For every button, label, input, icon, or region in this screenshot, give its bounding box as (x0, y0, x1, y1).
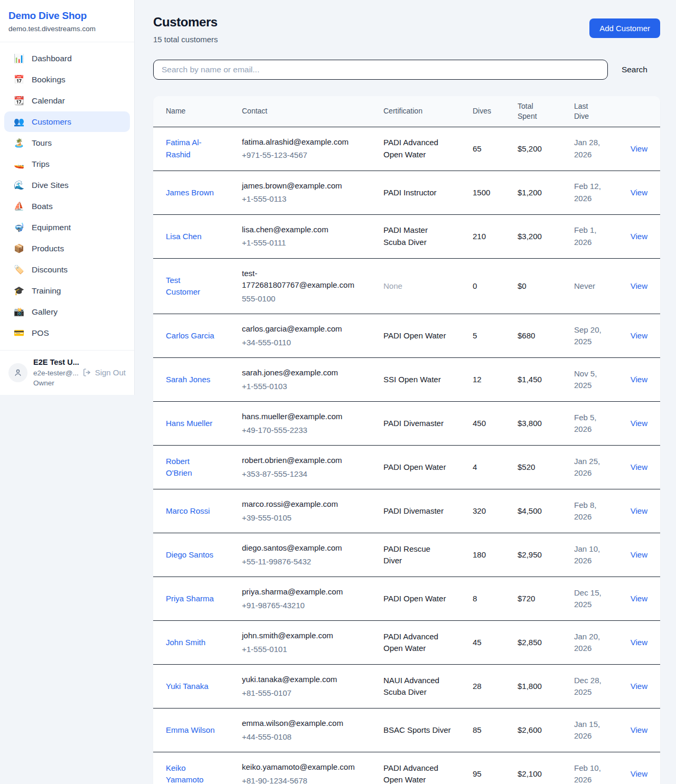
view-link[interactable]: View (631, 144, 647, 153)
view-link[interactable]: View (631, 281, 647, 290)
customer-email: keiko.yamamoto@example.com (242, 761, 362, 773)
customer-email: diego.santos@example.com (242, 542, 362, 554)
view-link[interactable]: View (631, 375, 647, 384)
sidebar-item-equipment[interactable]: 🤿 Equipment (4, 217, 130, 238)
customer-name-link[interactable]: Carlos Garcia (166, 330, 214, 342)
table-row: Test Customer test-1772681807767@example… (153, 258, 660, 314)
sidebar-item-trips[interactable]: 🚤 Trips (4, 154, 130, 174)
sidebar-item-tours[interactable]: 🏝️ Tours (4, 133, 130, 153)
tag-icon: 🏷️ (13, 265, 25, 275)
view-link[interactable]: View (631, 594, 647, 603)
customer-last-dive: Feb 12, 2026 (574, 181, 612, 204)
view-link[interactable]: View (631, 331, 647, 340)
customer-certification: BSAC Sports Diver (383, 724, 451, 736)
sidebar-item-bookings[interactable]: 📅 Bookings (4, 69, 130, 90)
column-header-actions (618, 96, 660, 127)
customer-certification: None (383, 280, 402, 292)
customer-table-body: Fatima Al-Rashid fatima.alrashid@example… (153, 127, 660, 784)
table-row: Carlos Garcia carlos.garcia@example.com … (153, 314, 660, 358)
sidebar-item-training[interactable]: 🎓 Training (4, 280, 130, 301)
sidebar-item-discounts[interactable]: 🏷️ Discounts (4, 259, 130, 280)
add-customer-button[interactable]: Add Customer (589, 18, 660, 38)
customer-name-link[interactable]: James Brown (166, 187, 214, 199)
table-row: Priya Sharma priya.sharma@example.com +9… (153, 577, 660, 621)
customer-dives: 0 (473, 258, 518, 314)
customer-email: robert.obrien@example.com (242, 455, 362, 467)
customer-last-dive: Jan 15, 2026 (574, 719, 612, 742)
sidebar-item-customers[interactable]: 👥 Customers (4, 111, 130, 132)
customer-certification: SSI Open Water (383, 374, 441, 386)
view-link[interactable]: View (631, 419, 647, 428)
user-icon (13, 368, 23, 377)
table-row: Diego Santos diego.santos@example.com +5… (153, 533, 660, 577)
customer-certification: PADI Master Scuba Diver (383, 224, 451, 248)
search-button[interactable]: Search (608, 65, 660, 74)
customer-certification: PADI Advanced Open Water (383, 631, 451, 655)
customer-total-spent: $2,600 (518, 709, 574, 752)
customer-name-link[interactable]: Yuki Tanaka (166, 681, 209, 693)
view-link[interactable]: View (631, 232, 647, 241)
customer-email: test-1772681807767@example.com (242, 268, 362, 291)
customer-name-link[interactable]: Hans Mueller (166, 418, 212, 430)
search-input[interactable] (153, 60, 608, 80)
customer-last-dive: Dec 28, 2025 (574, 675, 612, 698)
shop-name[interactable]: Demo Dive Shop (8, 10, 126, 22)
customer-name-link[interactable]: Lisa Chen (166, 231, 202, 243)
sidebar-item-pos[interactable]: 💳 POS (4, 323, 130, 343)
sidebar-item-gallery[interactable]: 📸 Gallery (4, 301, 130, 322)
customer-phone: +1-555-0113 (242, 193, 362, 205)
customer-name-link[interactable]: Test Customer (166, 275, 215, 298)
view-link[interactable]: View (631, 550, 647, 559)
customer-phone: +34-555-0110 (242, 337, 362, 349)
customer-certification: PADI Open Water (383, 330, 446, 342)
customer-name-link[interactable]: Marco Rossi (166, 505, 210, 517)
calendar-date-icon: 📅 (13, 74, 25, 84)
customer-email: lisa.chen@example.com (242, 224, 362, 236)
customer-name-link[interactable]: Fatima Al-Rashid (166, 137, 215, 160)
view-link[interactable]: View (631, 682, 647, 691)
customer-name-link[interactable]: Emma Wilson (166, 724, 215, 736)
customer-name-link[interactable]: John Smith (166, 637, 205, 649)
sidebar-item-dive-sites[interactable]: 🌊 Dive Sites (4, 175, 130, 195)
view-link[interactable]: View (631, 188, 647, 197)
customer-phone: +55-11-99876-5432 (242, 556, 362, 568)
customer-dives: 4 (473, 446, 518, 489)
customer-name-link[interactable]: Keiko Yamamoto (166, 762, 215, 784)
table-row: John Smith john.smith@example.com +1-555… (153, 621, 660, 665)
customer-dives: 450 (473, 402, 518, 446)
customer-dives: 95 (473, 752, 518, 784)
customer-name-link[interactable]: Robert O'Brien (166, 456, 215, 479)
camera-icon: 📸 (13, 307, 25, 317)
view-link[interactable]: View (631, 725, 647, 734)
sidebar-item-boats[interactable]: ⛵ Boats (4, 196, 130, 216)
view-link[interactable]: View (631, 638, 647, 647)
view-link[interactable]: View (631, 462, 647, 471)
customer-last-dive: Jan 25, 2026 (574, 456, 612, 479)
column-header-total-spent: Total Spent (518, 96, 574, 127)
view-link[interactable]: View (631, 506, 647, 515)
customer-total-spent: $3,800 (518, 402, 574, 446)
customer-dives: 28 (473, 665, 518, 709)
customer-name-link[interactable]: Sarah Jones (166, 374, 210, 386)
sidebar-item-products[interactable]: 📦 Products (4, 238, 130, 259)
sign-out-button[interactable]: Sign Out (82, 368, 126, 377)
customer-email: james.brown@example.com (242, 180, 362, 192)
column-header-name: Name (153, 96, 242, 127)
sidebar: Demo Dive Shop demo.test.divestreams.com… (0, 0, 135, 395)
table-row: Keiko Yamamoto keiko.yamamoto@example.co… (153, 752, 660, 784)
customer-dives: 8 (473, 577, 518, 621)
sidebar-item-dashboard[interactable]: 📊 Dashboard (4, 48, 130, 69)
customer-dives: 5 (473, 314, 518, 358)
customer-dives: 180 (473, 533, 518, 577)
customers-table: Name Contact Certification Dives Total S… (153, 96, 660, 784)
customer-name-link[interactable]: Diego Santos (166, 549, 213, 561)
view-link[interactable]: View (631, 769, 647, 778)
sidebar-item-calendar[interactable]: 📆 Calendar (4, 90, 130, 111)
column-header-last-dive: Last Dive (574, 96, 618, 127)
customer-certification: PADI Open Water (383, 593, 446, 605)
column-header-dives: Dives (473, 96, 518, 127)
customer-phone: +91-98765-43210 (242, 600, 362, 612)
customer-dives: 45 (473, 621, 518, 665)
customer-phone: +81-90-1234-5678 (242, 775, 362, 784)
customer-name-link[interactable]: Priya Sharma (166, 593, 214, 605)
